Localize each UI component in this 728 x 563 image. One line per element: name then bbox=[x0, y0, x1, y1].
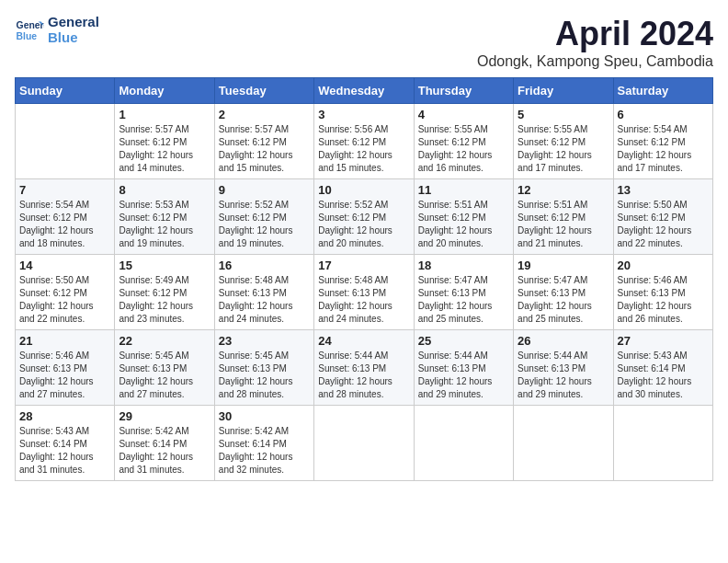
logo: General Blue General Blue bbox=[15, 15, 99, 45]
day-number: 21 bbox=[19, 334, 110, 348]
day-info: Sunrise: 5:51 AM Sunset: 6:12 PM Dayligh… bbox=[518, 199, 609, 250]
day-cell: 15Sunrise: 5:49 AM Sunset: 6:12 PM Dayli… bbox=[115, 255, 214, 330]
day-cell: 29Sunrise: 5:42 AM Sunset: 6:14 PM Dayli… bbox=[115, 406, 214, 481]
day-cell: 24Sunrise: 5:44 AM Sunset: 6:13 PM Dayli… bbox=[314, 330, 414, 406]
day-number: 11 bbox=[418, 183, 509, 197]
day-info: Sunrise: 5:46 AM Sunset: 6:13 PM Dayligh… bbox=[19, 350, 110, 401]
day-cell: 7Sunrise: 5:54 AM Sunset: 6:12 PM Daylig… bbox=[16, 179, 115, 255]
day-cell bbox=[414, 406, 513, 481]
day-info: Sunrise: 5:57 AM Sunset: 6:12 PM Dayligh… bbox=[119, 123, 210, 175]
day-info: Sunrise: 5:53 AM Sunset: 6:12 PM Dayligh… bbox=[119, 199, 210, 250]
day-info: Sunrise: 5:47 AM Sunset: 6:13 PM Dayligh… bbox=[518, 274, 609, 326]
header-cell-monday: Monday bbox=[115, 78, 214, 104]
day-info: Sunrise: 5:48 AM Sunset: 6:13 PM Dayligh… bbox=[219, 274, 310, 326]
logo-line2: Blue bbox=[48, 30, 99, 46]
day-number: 2 bbox=[219, 108, 310, 121]
day-info: Sunrise: 5:51 AM Sunset: 6:12 PM Dayligh… bbox=[418, 199, 509, 250]
calendar-table: SundayMondayTuesdayWednesdayThursdayFrid… bbox=[15, 77, 713, 481]
week-row-3: 14Sunrise: 5:50 AM Sunset: 6:12 PM Dayli… bbox=[16, 255, 713, 330]
day-cell bbox=[314, 406, 414, 481]
day-number: 13 bbox=[618, 183, 709, 197]
week-row-5: 28Sunrise: 5:43 AM Sunset: 6:14 PM Dayli… bbox=[16, 406, 713, 481]
day-cell: 23Sunrise: 5:45 AM Sunset: 6:13 PM Dayli… bbox=[214, 330, 313, 406]
day-cell: 25Sunrise: 5:44 AM Sunset: 6:13 PM Dayli… bbox=[414, 330, 513, 406]
day-number: 15 bbox=[119, 259, 210, 272]
day-cell bbox=[514, 406, 613, 481]
day-cell: 16Sunrise: 5:48 AM Sunset: 6:13 PM Dayli… bbox=[214, 255, 313, 330]
day-number: 20 bbox=[618, 259, 709, 272]
header-row: SundayMondayTuesdayWednesdayThursdayFrid… bbox=[16, 78, 713, 104]
page-header: General Blue General Blue April 2024 Odo… bbox=[15, 15, 713, 70]
header-cell-thursday: Thursday bbox=[414, 78, 513, 104]
day-info: Sunrise: 5:56 AM Sunset: 6:12 PM Dayligh… bbox=[318, 123, 409, 175]
day-cell bbox=[16, 104, 115, 179]
header-cell-wednesday: Wednesday bbox=[314, 78, 414, 104]
day-cell: 5Sunrise: 5:55 AM Sunset: 6:12 PM Daylig… bbox=[514, 104, 613, 179]
title-block: April 2024 Odongk, Kampong Speu, Cambodi… bbox=[477, 15, 713, 70]
day-cell: 1Sunrise: 5:57 AM Sunset: 6:12 PM Daylig… bbox=[115, 104, 214, 179]
day-info: Sunrise: 5:42 AM Sunset: 6:14 PM Dayligh… bbox=[119, 425, 210, 477]
day-number: 10 bbox=[318, 183, 409, 197]
day-info: Sunrise: 5:52 AM Sunset: 6:12 PM Dayligh… bbox=[318, 199, 409, 250]
day-info: Sunrise: 5:44 AM Sunset: 6:13 PM Dayligh… bbox=[418, 350, 509, 401]
day-cell: 14Sunrise: 5:50 AM Sunset: 6:12 PM Dayli… bbox=[16, 255, 115, 330]
header-cell-friday: Friday bbox=[514, 78, 613, 104]
logo-icon: General Blue bbox=[15, 16, 44, 45]
day-info: Sunrise: 5:46 AM Sunset: 6:13 PM Dayligh… bbox=[618, 274, 709, 326]
day-info: Sunrise: 5:50 AM Sunset: 6:12 PM Dayligh… bbox=[618, 199, 709, 250]
day-number: 6 bbox=[618, 108, 709, 121]
header-cell-tuesday: Tuesday bbox=[214, 78, 313, 104]
day-number: 29 bbox=[119, 409, 210, 423]
day-number: 17 bbox=[318, 259, 409, 272]
day-info: Sunrise: 5:54 AM Sunset: 6:12 PM Dayligh… bbox=[19, 199, 110, 250]
day-info: Sunrise: 5:55 AM Sunset: 6:12 PM Dayligh… bbox=[418, 123, 509, 175]
day-info: Sunrise: 5:54 AM Sunset: 6:12 PM Dayligh… bbox=[618, 123, 709, 175]
day-info: Sunrise: 5:45 AM Sunset: 6:13 PM Dayligh… bbox=[219, 350, 310, 401]
day-cell: 11Sunrise: 5:51 AM Sunset: 6:12 PM Dayli… bbox=[414, 179, 513, 255]
week-row-1: 1Sunrise: 5:57 AM Sunset: 6:12 PM Daylig… bbox=[16, 104, 713, 179]
day-cell: 8Sunrise: 5:53 AM Sunset: 6:12 PM Daylig… bbox=[115, 179, 214, 255]
day-info: Sunrise: 5:44 AM Sunset: 6:13 PM Dayligh… bbox=[518, 350, 609, 401]
day-number: 7 bbox=[19, 183, 110, 197]
day-cell: 20Sunrise: 5:46 AM Sunset: 6:13 PM Dayli… bbox=[613, 255, 712, 330]
day-info: Sunrise: 5:43 AM Sunset: 6:14 PM Dayligh… bbox=[19, 425, 110, 477]
day-number: 23 bbox=[219, 334, 310, 348]
day-number: 24 bbox=[318, 334, 409, 348]
day-number: 27 bbox=[618, 334, 709, 348]
day-cell: 13Sunrise: 5:50 AM Sunset: 6:12 PM Dayli… bbox=[613, 179, 712, 255]
day-cell: 22Sunrise: 5:45 AM Sunset: 6:13 PM Dayli… bbox=[115, 330, 214, 406]
day-info: Sunrise: 5:42 AM Sunset: 6:14 PM Dayligh… bbox=[219, 425, 310, 477]
day-info: Sunrise: 5:44 AM Sunset: 6:13 PM Dayligh… bbox=[318, 350, 409, 401]
day-cell: 21Sunrise: 5:46 AM Sunset: 6:13 PM Dayli… bbox=[16, 330, 115, 406]
day-info: Sunrise: 5:45 AM Sunset: 6:13 PM Dayligh… bbox=[119, 350, 210, 401]
day-number: 28 bbox=[19, 409, 110, 423]
day-cell: 9Sunrise: 5:52 AM Sunset: 6:12 PM Daylig… bbox=[214, 179, 313, 255]
month-title: April 2024 bbox=[477, 15, 713, 53]
day-cell: 2Sunrise: 5:57 AM Sunset: 6:12 PM Daylig… bbox=[214, 104, 313, 179]
day-cell: 6Sunrise: 5:54 AM Sunset: 6:12 PM Daylig… bbox=[613, 104, 712, 179]
day-number: 14 bbox=[19, 259, 110, 272]
day-number: 16 bbox=[219, 259, 310, 272]
day-number: 4 bbox=[418, 108, 509, 121]
day-cell: 12Sunrise: 5:51 AM Sunset: 6:12 PM Dayli… bbox=[514, 179, 613, 255]
logo-line1: General bbox=[48, 15, 99, 30]
day-cell bbox=[613, 406, 712, 481]
day-cell: 19Sunrise: 5:47 AM Sunset: 6:13 PM Dayli… bbox=[514, 255, 613, 330]
day-cell: 4Sunrise: 5:55 AM Sunset: 6:12 PM Daylig… bbox=[414, 104, 513, 179]
header-cell-saturday: Saturday bbox=[613, 78, 712, 104]
week-row-2: 7Sunrise: 5:54 AM Sunset: 6:12 PM Daylig… bbox=[16, 179, 713, 255]
day-number: 12 bbox=[518, 183, 609, 197]
day-number: 3 bbox=[318, 108, 409, 121]
day-number: 9 bbox=[219, 183, 310, 197]
day-number: 8 bbox=[119, 183, 210, 197]
day-cell: 17Sunrise: 5:48 AM Sunset: 6:13 PM Dayli… bbox=[314, 255, 414, 330]
day-number: 22 bbox=[119, 334, 210, 348]
day-cell: 10Sunrise: 5:52 AM Sunset: 6:12 PM Dayli… bbox=[314, 179, 414, 255]
day-cell: 18Sunrise: 5:47 AM Sunset: 6:13 PM Dayli… bbox=[414, 255, 513, 330]
day-number: 26 bbox=[518, 334, 609, 348]
day-cell: 30Sunrise: 5:42 AM Sunset: 6:14 PM Dayli… bbox=[214, 406, 313, 481]
day-info: Sunrise: 5:52 AM Sunset: 6:12 PM Dayligh… bbox=[219, 199, 310, 250]
day-number: 25 bbox=[418, 334, 509, 348]
day-number: 18 bbox=[418, 259, 509, 272]
header-cell-sunday: Sunday bbox=[16, 78, 115, 104]
